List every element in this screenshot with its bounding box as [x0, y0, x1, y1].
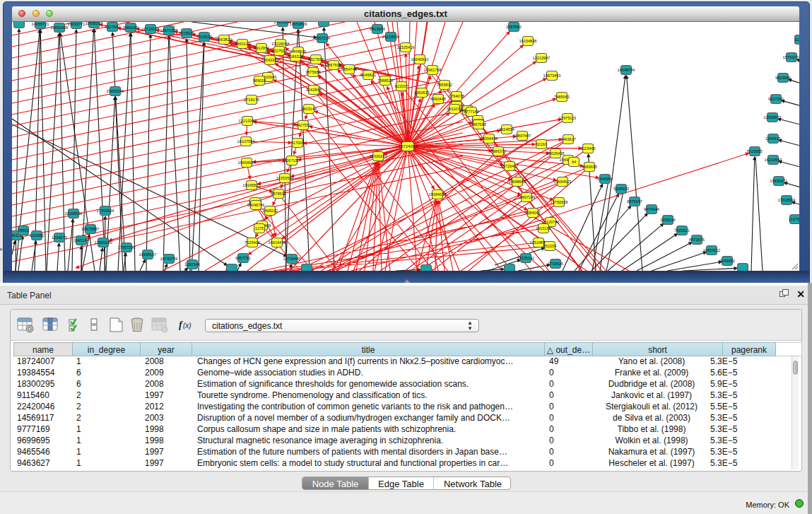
svg-text:9084067: 9084067 — [525, 211, 541, 215]
svg-text:1733426: 1733426 — [548, 262, 563, 266]
svg-text:9115460: 9115460 — [580, 146, 595, 151]
svg-text:9857791: 9857791 — [235, 256, 251, 260]
svg-text:10719155: 10719155 — [142, 27, 160, 31]
svg-text:10653809: 10653809 — [290, 22, 307, 26]
svg-text:8878532: 8878532 — [271, 192, 286, 196]
svg-text:10025458: 10025458 — [547, 151, 565, 156]
svg-text:7357224: 7357224 — [314, 36, 330, 40]
svg-text:7515526: 7515526 — [196, 35, 212, 39]
svg-text:12213967: 12213967 — [533, 56, 551, 60]
svg-text:11123: 11123 — [795, 37, 799, 42]
svg-text:16120746: 16120746 — [542, 220, 560, 224]
svg-text:2867608: 2867608 — [326, 63, 341, 67]
svg-text:8854749: 8854749 — [341, 67, 357, 71]
svg-text:99975887: 99975887 — [82, 227, 100, 231]
svg-text:917004: 917004 — [291, 141, 305, 145]
svg-text:10655267: 10655267 — [86, 22, 103, 25]
svg-text:9327508: 9327508 — [308, 57, 324, 62]
svg-text:16154838: 16154838 — [519, 39, 537, 43]
svg-text:1244415: 1244415 — [765, 136, 781, 141]
svg-text:18724007: 18724007 — [398, 144, 418, 148]
svg-text:16107554: 16107554 — [237, 139, 255, 144]
svg-text:9242848: 9242848 — [306, 88, 322, 92]
svg-text:9474444: 9474444 — [644, 207, 659, 211]
svg-text:62160: 62160 — [536, 142, 547, 146]
svg-text:19033771: 19033771 — [68, 22, 86, 26]
svg-text:9146821: 9146821 — [360, 73, 376, 77]
svg-text:8990448: 8990448 — [430, 97, 446, 101]
svg-text:8215955: 8215955 — [747, 149, 763, 153]
svg-text:12213369: 12213369 — [239, 119, 257, 123]
svg-text:1615152: 1615152 — [536, 226, 551, 230]
svg-text:15716485: 15716485 — [283, 257, 301, 261]
svg-text:16961758: 16961758 — [424, 68, 442, 72]
svg-text:9427552: 9427552 — [295, 123, 311, 127]
svg-text:6794078: 6794078 — [449, 94, 464, 98]
svg-text:16914479: 16914479 — [269, 240, 286, 245]
svg-text:2718176: 2718176 — [244, 98, 259, 102]
svg-text:64: 64 — [572, 160, 576, 164]
svg-text:7588520: 7588520 — [377, 78, 393, 83]
svg-text:1611071: 1611071 — [447, 107, 461, 111]
svg-text:1275: 1275 — [255, 226, 264, 230]
svg-text:1498222: 1498222 — [262, 209, 278, 213]
svg-text:16671355: 16671355 — [160, 28, 178, 33]
svg-text:1640954: 1640954 — [597, 177, 613, 181]
svg-text:8267150: 8267150 — [284, 158, 300, 163]
svg-text:8186328: 8186328 — [288, 54, 303, 59]
svg-text:15692971: 15692971 — [770, 179, 788, 183]
svg-text:10958107: 10958107 — [139, 252, 157, 257]
svg-text:2935114: 2935114 — [660, 218, 675, 222]
svg-text:1294273: 1294273 — [52, 235, 67, 240]
svg-text:16210643: 16210643 — [765, 158, 782, 162]
svg-text:16640910: 16640910 — [411, 57, 429, 62]
svg-text:19218506: 19218506 — [382, 35, 400, 39]
svg-text:3875685: 3875685 — [305, 70, 321, 74]
svg-text:78501: 78501 — [18, 228, 29, 233]
svg-text:6879197: 6879197 — [627, 199, 642, 204]
svg-text:19756928: 19756928 — [551, 200, 568, 204]
svg-text:7515526: 7515526 — [179, 31, 194, 35]
svg-text:1115682: 1115682 — [30, 233, 45, 238]
svg-text:9829966: 9829966 — [775, 76, 791, 80]
svg-text:19166825: 19166825 — [243, 183, 261, 187]
svg-text:14136141: 14136141 — [517, 256, 535, 260]
svg-text:29053346: 29053346 — [107, 89, 124, 93]
svg-text:11325419: 11325419 — [397, 45, 414, 49]
svg-text:9245652: 9245652 — [719, 259, 735, 263]
svg-text:11353594: 11353594 — [276, 176, 293, 180]
svg-text:15720407: 15720407 — [501, 164, 519, 168]
svg-text:7663822: 7663822 — [216, 37, 232, 42]
svg-text:14055721: 14055721 — [32, 22, 49, 26]
svg-text:19384554: 19384554 — [429, 192, 447, 197]
svg-text:10807487: 10807487 — [514, 134, 531, 138]
svg-text:7986372: 7986372 — [490, 149, 506, 153]
svg-text:2087682: 2087682 — [506, 25, 522, 29]
svg-text:5912954: 5912954 — [254, 46, 269, 50]
svg-text:17353924: 17353924 — [97, 209, 114, 213]
svg-text:12905185: 12905185 — [95, 240, 112, 245]
svg-text:19654923: 19654923 — [554, 180, 572, 184]
svg-text:822037: 822037 — [395, 84, 408, 88]
svg-text:9777169: 9777169 — [464, 110, 479, 114]
svg-text:18807249: 18807249 — [518, 195, 536, 199]
svg-text:10046786: 10046786 — [247, 203, 265, 207]
svg-text:23226058: 23226058 — [272, 42, 290, 46]
svg-text:8813054: 8813054 — [370, 27, 385, 31]
svg-text:3624554: 3624554 — [499, 127, 514, 132]
svg-text:16543382: 16543382 — [261, 58, 279, 62]
svg-text:8660124: 8660124 — [235, 42, 250, 46]
svg-text:17016504: 17016504 — [778, 198, 796, 202]
svg-text:252254: 252254 — [543, 244, 557, 248]
svg-text:116753: 116753 — [789, 217, 799, 221]
svg-text:10654112: 10654112 — [703, 248, 720, 252]
svg-text:1292346: 1292346 — [184, 262, 200, 267]
svg-text:989028: 989028 — [253, 78, 266, 83]
svg-text:12093873: 12093873 — [764, 115, 782, 119]
svg-text:9699695: 9699695 — [582, 165, 597, 169]
svg-text:7955812: 7955812 — [437, 83, 452, 87]
svg-text:5938923: 5938923 — [613, 187, 629, 191]
svg-text:1527602: 1527602 — [105, 25, 120, 29]
svg-text:6497568: 6497568 — [471, 122, 486, 127]
svg-text:9463627: 9463627 — [560, 137, 576, 141]
